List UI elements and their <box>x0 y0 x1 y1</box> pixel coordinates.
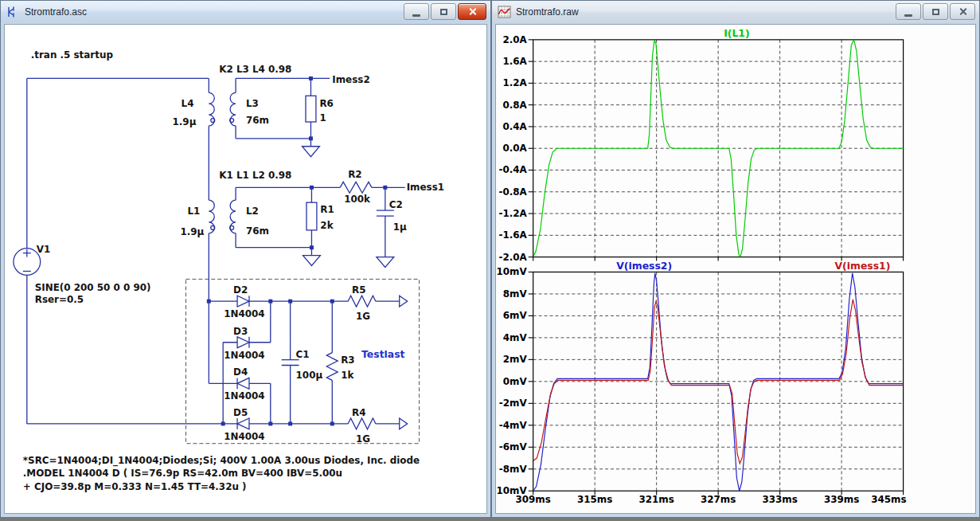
waveform-window: Stromtrafo.raw 2.0A1.6A1.2A0.8A0.4A0.0A-… <box>491 0 980 518</box>
y-tick-label: 0mV <box>503 376 528 387</box>
y-tick-label: 0.8A <box>502 100 527 111</box>
d4-model[interactable]: 1N4004 <box>224 390 264 402</box>
y-tick-label: 2mV <box>503 354 528 365</box>
waveform-canvas[interactable]: 2.0A1.6A1.2A0.8A0.4A0.0A-0.4A-0.8A-1.2A-… <box>495 24 976 514</box>
y-tick-label: -8mV <box>499 464 528 475</box>
x-tick-label: 345ms <box>871 494 906 505</box>
schematic-file-icon <box>6 6 20 18</box>
testlast-label[interactable]: Testlast <box>361 348 405 360</box>
d5-model[interactable]: 1N4004 <box>224 431 264 442</box>
restore-icon <box>932 9 939 15</box>
l3-value[interactable]: 76m <box>246 115 269 126</box>
y-tick-label: 1.6A <box>502 56 527 67</box>
l1-value[interactable]: 1.9µ <box>180 226 204 237</box>
net-label-imess1[interactable]: Imess1 <box>407 182 444 193</box>
y-tick-label: 0.4A <box>502 121 527 132</box>
model-text-line3[interactable]: + CJO=39.8p M=0.333 N=1.45 TT=4.32u ) <box>23 481 247 492</box>
minimize-button[interactable] <box>896 3 921 20</box>
close-button[interactable] <box>950 3 975 20</box>
x-tick-label: 315ms <box>577 494 612 505</box>
x-tick-label: 333ms <box>762 494 797 505</box>
l3-name[interactable]: L3 <box>246 98 259 109</box>
l1-name[interactable]: L1 <box>187 206 200 217</box>
r4-value[interactable]: 1G <box>356 433 370 445</box>
y-tick-label: -1.6A <box>498 229 527 241</box>
trace-label-V(imess1)[interactable]: V(imess1) <box>835 260 891 272</box>
waveform-window-titlebar[interactable]: Stromtrafo.raw <box>492 1 979 22</box>
c2-name[interactable]: C2 <box>389 199 403 210</box>
r4-name[interactable]: R4 <box>352 407 365 418</box>
restore-button[interactable] <box>923 3 948 20</box>
waveform-file-icon <box>498 6 511 18</box>
k1-directive[interactable]: K1 L1 L2 0.98 <box>219 170 291 181</box>
close-icon <box>959 7 967 16</box>
y-tick-label: 0.0A <box>502 143 527 154</box>
y-tick-label: -2.0A <box>498 252 527 263</box>
y-tick-label: -0.8A <box>498 186 527 198</box>
model-text-line1[interactable]: *SRC=1N4004;DI_1N4004;Diodes;Si; 400V 1.… <box>23 455 420 467</box>
x-tick-label: 309ms <box>515 494 550 505</box>
r3-name[interactable]: R3 <box>341 355 354 366</box>
y-tick-label: -4mV <box>499 420 528 431</box>
r2-name[interactable]: R2 <box>348 169 361 180</box>
r5-name[interactable]: R5 <box>352 284 365 296</box>
r6-name[interactable]: R6 <box>319 98 333 109</box>
r2-value[interactable]: 100k <box>344 194 371 205</box>
window-title: Stromtrafo.asc <box>25 6 87 18</box>
close-icon <box>468 7 477 16</box>
y-tick-label: -2mV <box>499 398 528 409</box>
l4-value[interactable]: 1.9µ <box>173 116 197 127</box>
r1-name[interactable]: R1 <box>320 204 334 215</box>
v1-name[interactable]: V1 <box>37 244 51 255</box>
r3-value[interactable]: 1k <box>341 370 354 381</box>
v1-sine-params[interactable]: SINE(0 200 50 0 0 90) <box>35 282 151 293</box>
window-title: Stromtrafo.raw <box>516 6 579 18</box>
x-tick-label: 321ms <box>638 494 674 505</box>
schematic-window: Stromtrafo.asc L4 1.9µ L3 76m <box>0 0 491 518</box>
minimize-icon <box>412 14 420 17</box>
r6-value[interactable]: 1 <box>319 112 326 123</box>
l4-name[interactable]: L4 <box>182 98 194 109</box>
y-tick-label: -6mV <box>499 441 528 452</box>
c1-value[interactable]: 100µ <box>296 370 323 381</box>
y-tick-label: 2.0A <box>502 34 527 45</box>
minimize-button[interactable] <box>404 3 429 20</box>
r1-value[interactable]: 2k <box>320 220 334 231</box>
trace-label-V(imess2)[interactable]: V(imess2) <box>616 260 672 272</box>
x-tick-label: 339ms <box>824 494 859 505</box>
y-tick-label: 8mV <box>503 288 528 300</box>
y-tick-label: -0.4A <box>498 164 527 175</box>
c2-value[interactable]: 1µ <box>393 221 407 233</box>
net-label-imess2[interactable]: Imess2 <box>332 74 369 85</box>
close-button[interactable] <box>458 3 486 20</box>
c1-name[interactable]: C1 <box>296 349 310 360</box>
trace-label-I(L1)[interactable]: I(L1) <box>724 27 749 39</box>
tran-directive[interactable]: .tran .5 startup <box>31 49 113 61</box>
y-tick-label: -1.2A <box>498 208 527 219</box>
y-tick-label: 10mV <box>497 266 528 277</box>
schematic-canvas[interactable]: L4 1.9µ L3 76m L1 1.9µ L2 76m <box>4 24 487 514</box>
restore-button[interactable] <box>431 3 456 20</box>
l2-value[interactable]: 76m <box>246 225 269 237</box>
d2-name[interactable]: D2 <box>233 284 248 296</box>
v1-rser[interactable]: Rser=0.5 <box>35 294 84 305</box>
l2-name[interactable]: L2 <box>246 206 259 217</box>
d5-name[interactable]: D5 <box>233 407 248 418</box>
y-tick-label: 6mV <box>503 310 528 321</box>
d2-model[interactable]: 1N4004 <box>224 308 264 319</box>
x-tick-label: 327ms <box>701 494 736 505</box>
r5-value[interactable]: 1G <box>356 311 370 322</box>
minimize-icon <box>904 14 912 17</box>
schematic-window-titlebar[interactable]: Stromtrafo.asc <box>1 1 490 22</box>
y-tick-label: 4mV <box>503 332 528 343</box>
k2-directive[interactable]: K2 L3 L4 0.98 <box>219 64 291 75</box>
y-tick-label: 1.2A <box>502 77 527 88</box>
d4-name[interactable]: D4 <box>233 366 248 378</box>
restore-icon <box>440 9 447 15</box>
model-text-line2[interactable]: .MODEL 1N4004 D ( IS=76.9p RS=42.0m BV=4… <box>23 468 342 479</box>
d3-name[interactable]: D3 <box>233 326 248 337</box>
d3-model[interactable]: 1N4004 <box>224 350 264 361</box>
